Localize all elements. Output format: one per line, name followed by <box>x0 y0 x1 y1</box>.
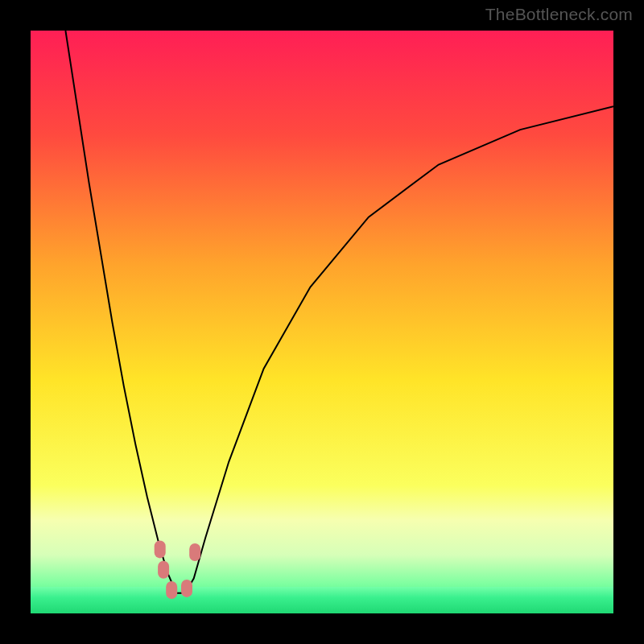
chart-overlay <box>31 31 613 613</box>
plot-area <box>31 31 613 613</box>
bottleneck-curve <box>65 31 613 593</box>
marker-valley-floor-right <box>181 580 192 597</box>
watermark-text: TheBottleneck.com <box>485 5 633 24</box>
marker-descent-near-min-lower <box>158 561 169 579</box>
chart-frame: TheBottleneck.com <box>0 0 644 644</box>
marker-ascent-near-min <box>189 543 200 561</box>
marker-descent-near-min-upper <box>155 540 166 558</box>
marker-valley-floor-left <box>166 581 177 599</box>
marker-group <box>155 540 201 599</box>
